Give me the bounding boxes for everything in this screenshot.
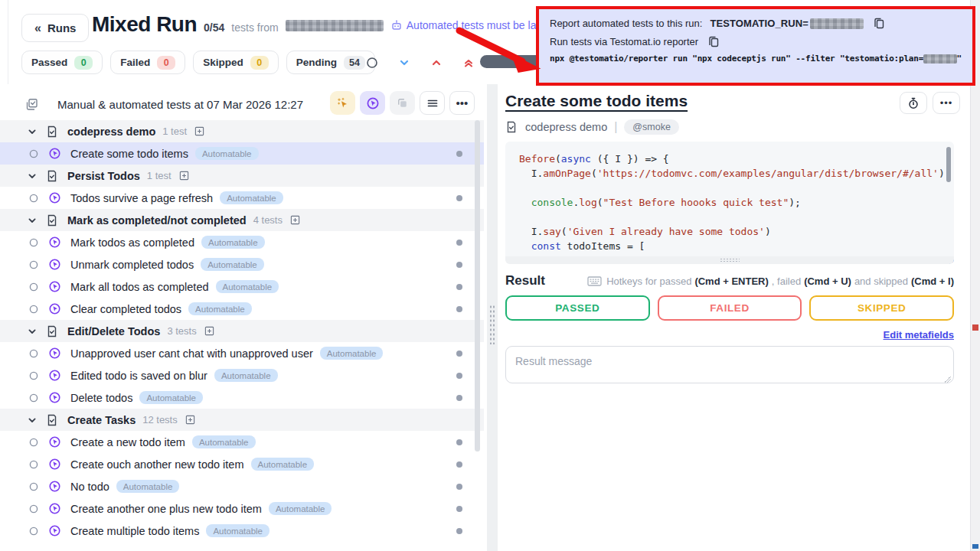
automated-test-icon bbox=[48, 280, 61, 293]
test-row[interactable]: Delete todos Automatable bbox=[0, 386, 484, 409]
test-row[interactable]: Create some todo items Automatable bbox=[0, 142, 484, 165]
automated-test-icon bbox=[48, 458, 61, 471]
copy-run-id-icon[interactable] bbox=[873, 17, 886, 30]
test-title[interactable]: Create some todo items bbox=[505, 92, 688, 110]
test-status-circle-icon[interactable] bbox=[29, 238, 38, 247]
copy-reporter-command-icon[interactable] bbox=[707, 35, 720, 48]
chevron-down-icon[interactable] bbox=[398, 57, 410, 69]
test-code-block[interactable]: Before(async ({ I }) => { I.amOnPage('ht… bbox=[505, 142, 954, 264]
test-status-circle-icon[interactable] bbox=[29, 260, 38, 269]
test-row[interactable]: Create ouch another new todo item Automa… bbox=[0, 453, 484, 475]
test-row[interactable]: Edited todo is saved on blur Automatable bbox=[0, 364, 484, 386]
test-row[interactable]: Todos survive a page refresh Automatable bbox=[0, 187, 484, 209]
timer-button[interactable] bbox=[900, 92, 927, 114]
result-message-input[interactable] bbox=[505, 346, 954, 383]
detail-toolbar: ••• bbox=[900, 92, 960, 114]
chevron-down-icon[interactable] bbox=[28, 416, 37, 425]
panel-splitter[interactable] bbox=[487, 84, 498, 551]
automatable-badge: Automatable bbox=[201, 258, 264, 271]
list-panel-title: Manual & automated tests at 07 Mar 2026 … bbox=[57, 98, 303, 111]
hotkey-text: and skipped bbox=[854, 276, 908, 287]
test-label: Create multiple todo items bbox=[70, 525, 199, 537]
test-status-circle-icon[interactable] bbox=[29, 194, 38, 203]
chevron-up-icon[interactable] bbox=[430, 57, 443, 69]
test-status-circle-icon[interactable] bbox=[29, 149, 38, 158]
filter-chip-failed[interactable]: Failed0 bbox=[110, 51, 185, 74]
test-row[interactable]: Unmark completed todos Automatable bbox=[0, 253, 484, 276]
automatable-badge: Automatable bbox=[220, 191, 283, 204]
test-label: Edited todo is saved on blur bbox=[70, 370, 207, 382]
test-row[interactable]: Clear completed todos Automatable bbox=[0, 298, 484, 320]
scrollbar-marker-red bbox=[972, 324, 978, 331]
test-status-circle-icon[interactable] bbox=[29, 349, 38, 358]
group-row[interactable]: Mark as completed/not completed 4 tests bbox=[0, 209, 484, 231]
ellipsis-icon: ••• bbox=[456, 97, 469, 109]
status-dot bbox=[456, 484, 462, 490]
detail-more-button[interactable]: ••• bbox=[933, 92, 960, 114]
filter-chip-skipped[interactable]: Skipped0 bbox=[193, 51, 279, 74]
add-test-icon[interactable] bbox=[290, 215, 300, 225]
test-status-circle-icon[interactable] bbox=[29, 282, 38, 292]
test-row[interactable]: Unapproved user cant chat with unapprove… bbox=[0, 342, 484, 364]
app-window: « Runs Mixed Run 0/54 tests from Automat… bbox=[0, 0, 980, 551]
untested-filter-icon[interactable] bbox=[366, 57, 378, 69]
add-test-icon[interactable] bbox=[204, 326, 214, 336]
automatable-badge: Automatable bbox=[116, 480, 180, 493]
group-row[interactable]: codepress demo 1 test bbox=[0, 120, 484, 142]
filter-chip-passed[interactable]: Passed0 bbox=[21, 51, 103, 74]
chevron-down-icon[interactable] bbox=[28, 171, 37, 181]
code-resize-handle[interactable] bbox=[505, 256, 954, 264]
test-row[interactable]: Mark todos as completed Automatable bbox=[0, 231, 484, 253]
edit-metafields-link[interactable]: Edit metafields bbox=[884, 329, 954, 341]
test-status-circle-icon[interactable] bbox=[29, 438, 38, 447]
result-header-row: Result Hotkeys for passed (Cmd + ENTER) … bbox=[505, 273, 954, 289]
test-row[interactable]: No todo Automatable bbox=[0, 475, 484, 497]
add-test-icon[interactable] bbox=[185, 415, 195, 425]
chevron-down-icon[interactable] bbox=[28, 216, 37, 225]
add-test-icon[interactable] bbox=[194, 126, 204, 136]
redacted-run-id bbox=[810, 18, 864, 29]
group-row[interactable]: Create Tasks 12 tests bbox=[0, 409, 484, 431]
automated-tests-toggle-button[interactable] bbox=[360, 91, 385, 115]
passed-button[interactable]: PASSED bbox=[505, 295, 650, 321]
code-scrollbar-thumb[interactable] bbox=[946, 147, 951, 182]
automatable-badge: Automatable bbox=[320, 347, 384, 360]
group-row[interactable]: Persist Todos 1 test bbox=[0, 165, 484, 187]
status-dot bbox=[456, 395, 462, 401]
test-row[interactable]: Create a new todo item Automatable bbox=[0, 431, 484, 453]
group-row[interactable]: Edit/Delete Todos 3 tests bbox=[0, 320, 484, 342]
test-status-circle-icon[interactable] bbox=[29, 527, 38, 536]
chevron-down-icon[interactable] bbox=[28, 327, 37, 336]
test-status-circle-icon[interactable] bbox=[29, 305, 38, 314]
test-tree: codepress demo 1 test Create some todo i… bbox=[0, 120, 484, 551]
double-chevron-up-icon[interactable] bbox=[462, 57, 475, 69]
automation-cursor-icon bbox=[366, 96, 380, 110]
test-status-circle-icon[interactable] bbox=[29, 482, 38, 491]
back-to-runs-button[interactable]: « Runs bbox=[21, 14, 89, 42]
run-progress-count: 0/54 bbox=[204, 21, 224, 34]
test-status-circle-icon[interactable] bbox=[29, 460, 38, 469]
test-row[interactable]: Mark all todos as completed Automatable bbox=[0, 276, 484, 298]
test-status-circle-icon[interactable] bbox=[29, 371, 38, 380]
test-row[interactable]: Create multiple todo items Automatable bbox=[0, 520, 484, 542]
list-menu-button[interactable] bbox=[420, 91, 445, 115]
suite-file-icon bbox=[505, 121, 518, 134]
test-status-circle-icon[interactable] bbox=[29, 504, 38, 514]
chevron-down-icon[interactable] bbox=[28, 127, 37, 136]
automatable-badge: Automatable bbox=[201, 236, 265, 249]
suite-name[interactable]: codepress demo bbox=[525, 121, 607, 133]
test-status-circle-icon[interactable] bbox=[29, 393, 38, 403]
list-more-button[interactable]: ••• bbox=[449, 91, 475, 115]
copy-tests-button[interactable] bbox=[390, 91, 415, 115]
filter-chip-pending[interactable]: Pending54 bbox=[286, 51, 375, 74]
hotkey-combo: (Cmd + U) bbox=[804, 276, 851, 287]
add-test-icon[interactable] bbox=[179, 171, 189, 181]
test-detail-panel: Create some todo items ••• bbox=[504, 86, 963, 551]
magic-cursor-button[interactable] bbox=[330, 91, 355, 115]
skipped-button[interactable]: SKIPPED bbox=[809, 295, 954, 321]
test-row[interactable]: Create another one plus new todo item Au… bbox=[0, 497, 484, 520]
failed-button[interactable]: FAILED bbox=[658, 295, 802, 321]
list-scrollbar-thumb[interactable] bbox=[475, 120, 480, 452]
tag-badge[interactable]: @smoke bbox=[624, 119, 679, 135]
test-label: Create a new todo item bbox=[70, 436, 185, 448]
